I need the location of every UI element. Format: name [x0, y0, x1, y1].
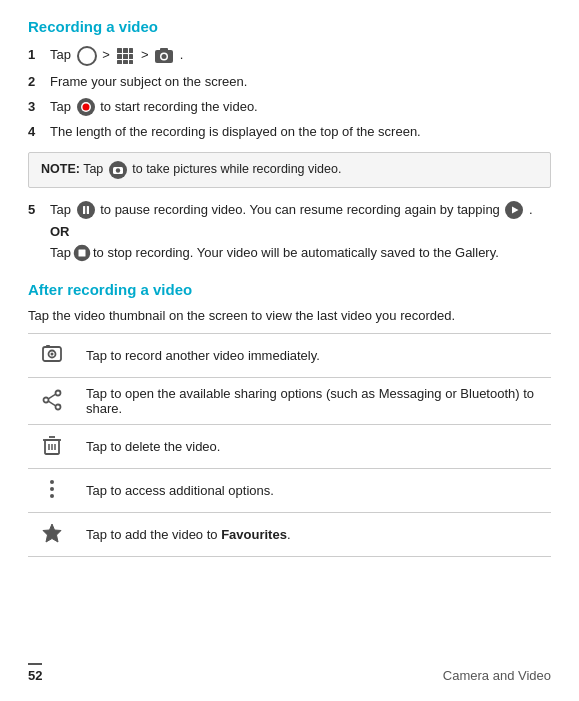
step-1-num: 1 [28, 45, 46, 65]
step-1: 1 Tap > [28, 45, 551, 67]
svg-line-35 [48, 394, 55, 399]
svg-rect-8 [123, 60, 128, 64]
svg-rect-4 [117, 54, 122, 59]
svg-point-43 [50, 480, 54, 484]
footer-section-label: Camera and Video [443, 668, 551, 683]
note-camera-icon [108, 160, 128, 180]
record-again-icon [40, 342, 64, 366]
step-5: 5 Tap to pause recording video. You can … [28, 200, 551, 264]
step-2: 2 Frame your subject on the screen. [28, 72, 551, 92]
after-section-title: After recording a video [28, 281, 551, 298]
row-3-icon-cell [28, 425, 76, 469]
table-row: Tap to record another video immediately. [28, 334, 551, 378]
step-4-text: The length of the recording is displayed… [50, 122, 551, 142]
step-5-num: 5 [28, 200, 46, 220]
row-5-text-bold: Favourites [221, 527, 287, 542]
step-5-or: OR [50, 224, 551, 239]
svg-point-20 [77, 201, 95, 219]
camera-app-icon [153, 45, 175, 67]
page-footer: 52 Camera and Video [0, 663, 579, 683]
note-box: NOTE: Tap to take pictures while recordi… [28, 152, 551, 188]
actions-table: Tap to record another video immediately.… [28, 333, 551, 557]
svg-rect-5 [123, 54, 128, 59]
row-2-icon-cell [28, 378, 76, 425]
step-5-line1: 5 Tap to pause recording video. You can … [28, 200, 551, 221]
row-5-text-post: . [287, 527, 291, 542]
step-5-line2: Tap to stop recording. Your video will b… [50, 243, 551, 263]
svg-rect-21 [83, 206, 85, 214]
more-options-icon [40, 477, 64, 501]
svg-point-19 [116, 168, 120, 172]
after-recording-section: After recording a video Tap the video th… [28, 281, 551, 557]
step-4-num: 4 [28, 122, 46, 142]
svg-point-16 [82, 104, 89, 111]
row-5-icon-cell [28, 513, 76, 557]
svg-rect-27 [78, 250, 85, 257]
svg-rect-2 [123, 48, 128, 53]
step-2-num: 2 [28, 72, 46, 92]
svg-point-32 [56, 390, 61, 395]
svg-point-12 [162, 54, 167, 59]
row-5-text: Tap to add the video to Favourites. [76, 513, 551, 557]
svg-point-33 [44, 397, 49, 402]
row-1-text: Tap to record another video immediately. [76, 334, 551, 378]
svg-line-36 [48, 401, 55, 406]
svg-rect-31 [46, 345, 50, 348]
play-resume-icon [504, 200, 524, 220]
row-1-icon-cell [28, 334, 76, 378]
table-row: Tap to delete the video. [28, 425, 551, 469]
note-label: NOTE: [41, 162, 80, 176]
apps-grid-icon [114, 45, 136, 67]
steps-list: 1 Tap > [28, 45, 551, 142]
row-4-text: Tap to access additional options. [76, 469, 551, 513]
table-row: Tap to add the video to Favourites. [28, 513, 551, 557]
svg-point-34 [56, 404, 61, 409]
step-2-text: Frame your subject on the screen. [50, 72, 551, 92]
row-4-icon-cell [28, 469, 76, 513]
svg-point-0 [78, 47, 96, 65]
svg-point-45 [50, 494, 54, 498]
home-circle-icon [76, 45, 98, 67]
row-5-text-pre: Tap to add the video to [86, 527, 221, 542]
svg-rect-7 [117, 60, 122, 64]
video-record-button-icon [76, 97, 96, 117]
recording-section-title: Recording a video [28, 18, 551, 35]
stop-recording-icon [72, 243, 92, 263]
step-3-content: Tap to start recording the video. [50, 97, 551, 118]
row-3-text: Tap to delete the video. [76, 425, 551, 469]
svg-rect-9 [129, 60, 133, 64]
step-3: 3 Tap to start recording the video. [28, 97, 551, 118]
step-1-content: Tap > [50, 45, 551, 67]
table-row: Tap to access additional options. [28, 469, 551, 513]
recording-video-section: Recording a video 1 Tap > [28, 18, 551, 263]
pause-icon [76, 200, 96, 220]
svg-rect-1 [117, 48, 122, 53]
page-number: 52 [28, 663, 42, 683]
star-favourites-icon [40, 521, 64, 545]
svg-point-44 [50, 487, 54, 491]
after-section-intro: Tap the video thumbnail on the screen to… [28, 308, 551, 323]
step-3-num: 3 [28, 97, 46, 117]
row-2-text: Tap to open the available sharing option… [76, 378, 551, 425]
step-4: 4 The length of the recording is display… [28, 122, 551, 142]
svg-marker-46 [43, 524, 61, 542]
svg-rect-13 [160, 48, 168, 51]
svg-rect-22 [86, 206, 88, 214]
table-row: Tap to open the available sharing option… [28, 378, 551, 425]
share-icon [40, 388, 64, 412]
svg-rect-6 [129, 54, 133, 59]
svg-rect-3 [129, 48, 133, 53]
step-5-content: Tap to pause recording video. You can re… [50, 200, 551, 221]
delete-trash-icon [40, 433, 64, 457]
svg-point-30 [51, 353, 54, 356]
